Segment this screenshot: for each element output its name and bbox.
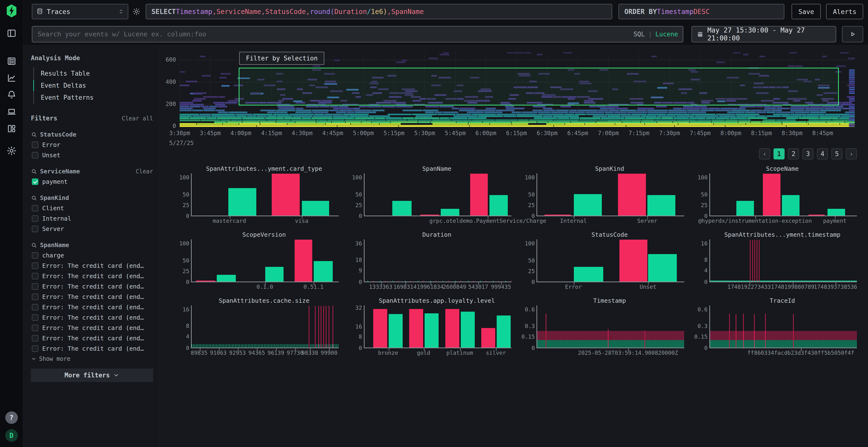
chart-bar xyxy=(763,174,780,215)
sidebar-toggle-icon[interactable] xyxy=(5,27,18,40)
alerts-button[interactable]: Alerts xyxy=(826,4,863,19)
chart-y-tick: 100 xyxy=(520,174,535,181)
checkbox[interactable] xyxy=(32,142,38,148)
source-settings-gear-icon[interactable] xyxy=(133,8,140,15)
chart-x-tick: 97730 xyxy=(287,350,303,356)
filter-option[interactable]: charge xyxy=(31,252,153,259)
filter-option[interactable]: Server xyxy=(31,226,153,232)
heatmap-x-tick: 6:45pm xyxy=(567,130,588,137)
analysis-mode-item[interactable]: Event Patterns xyxy=(34,92,153,104)
page-button[interactable]: 2 xyxy=(788,148,799,160)
heatmap-y-tick: 200 xyxy=(161,101,176,107)
heatmap-x-tick: 8:30pm xyxy=(782,130,803,137)
filters-title: Filters xyxy=(31,115,57,122)
filter-option[interactable]: Error: The credit card (end… xyxy=(31,345,153,352)
chart-title: Duration xyxy=(346,230,513,239)
checkbox[interactable] xyxy=(32,205,38,211)
page-button[interactable]: 4 xyxy=(817,148,828,160)
chart-spike xyxy=(793,314,794,347)
search-input[interactable] xyxy=(32,26,683,42)
checkbox[interactable] xyxy=(32,273,38,279)
analysis-mode-item[interactable]: Event Deltas xyxy=(34,79,153,92)
checkbox[interactable] xyxy=(32,152,38,159)
search-logs-icon[interactable] xyxy=(5,55,18,68)
chart-explorer-icon[interactable] xyxy=(5,71,18,85)
filter-option[interactable]: Internal xyxy=(31,215,153,222)
checkbox[interactable] xyxy=(32,263,38,269)
filter-option[interactable]: Error: The credit card (end… xyxy=(31,335,153,342)
clear-filter-link[interactable]: Clear xyxy=(136,168,153,175)
analysis-mode-item[interactable]: Results Table xyxy=(34,67,153,79)
clear-all-link[interactable]: Clear all xyxy=(122,115,153,122)
filter-option[interactable]: Error: The credit card (end… xyxy=(31,273,153,280)
checkbox[interactable] xyxy=(32,226,38,232)
filter-option[interactable]: Unset xyxy=(31,152,153,159)
sessions-laptop-icon[interactable] xyxy=(5,105,18,118)
chart-strip xyxy=(710,331,857,340)
checkbox[interactable] xyxy=(32,325,38,331)
filter-by-selection-button[interactable]: Filter by Selection xyxy=(239,52,324,65)
checkbox[interactable] xyxy=(32,335,38,342)
chart-x-tick: visa xyxy=(295,218,308,224)
run-query-button[interactable] xyxy=(842,26,863,42)
checkbox[interactable] xyxy=(32,215,38,222)
chart-spike xyxy=(333,306,333,347)
dashboards-icon[interactable] xyxy=(5,122,18,135)
filter-option[interactable]: Error xyxy=(31,141,153,148)
filter-option[interactable]: Error: The credit card (end… xyxy=(31,283,153,290)
filter-option[interactable]: Error: The credit card (end… xyxy=(31,324,153,332)
filter-option[interactable]: payment xyxy=(31,178,153,185)
page-next-button[interactable]: › xyxy=(846,148,857,160)
chart-x-tick: 2600849 xyxy=(443,284,466,290)
filter-option[interactable]: Error: The credit card (end… xyxy=(31,262,153,269)
page-button[interactable]: 3 xyxy=(802,148,813,160)
more-filters-button[interactable]: More filters xyxy=(31,369,153,382)
checkbox[interactable] xyxy=(32,252,38,259)
checkbox[interactable] xyxy=(32,345,38,352)
alerts-bell-icon[interactable] xyxy=(5,88,18,102)
checkbox[interactable] xyxy=(32,304,38,310)
checkbox[interactable] xyxy=(32,178,38,185)
filter-option[interactable]: Client xyxy=(31,205,153,212)
filter-group-header: StatusCode xyxy=(31,131,153,138)
chart-bar xyxy=(461,312,475,347)
settings-gear-icon[interactable] xyxy=(5,144,18,158)
page-prev-button[interactable]: ‹ xyxy=(759,148,770,160)
checkbox[interactable] xyxy=(32,314,38,321)
toggle-divider: | xyxy=(648,31,652,38)
chevron-up-down-icon xyxy=(118,9,124,14)
selection-rectangle[interactable] xyxy=(239,68,839,106)
show-more-link[interactable]: Show more xyxy=(31,355,153,362)
checkbox[interactable] xyxy=(32,294,38,300)
page-button[interactable]: 1 xyxy=(774,148,784,160)
save-button[interactable]: Save xyxy=(792,4,821,19)
help-button[interactable]: ? xyxy=(5,411,18,424)
date-range-picker[interactable]: May 27 15:30:00 - May 27 21:00:00 xyxy=(691,26,836,42)
heatmap-plot[interactable]: Filter by Selection xyxy=(180,52,855,127)
page-button[interactable]: 5 xyxy=(831,148,842,160)
hyperdx-logo-icon[interactable] xyxy=(6,4,18,18)
chart-bar xyxy=(648,254,677,281)
filter-option-label: Error: The credit card (end… xyxy=(42,304,144,311)
select-query-input[interactable]: SELECT Timestamp,ServiceName,StatusCode,… xyxy=(146,4,612,19)
filter-option-label: Unset xyxy=(42,152,60,159)
filter-option[interactable]: Error: The credit card (end… xyxy=(31,294,153,300)
query-token: ) xyxy=(383,8,387,16)
chart-bar xyxy=(828,209,845,215)
chart-x-tick: payment xyxy=(823,218,846,224)
pagination: ‹12345› xyxy=(159,148,868,160)
sql-toggle[interactable]: SQL xyxy=(633,31,645,38)
filter-option[interactable]: Error: The credit card (end… xyxy=(31,304,153,311)
order-by-input[interactable]: ORDER BY Timestamp DESC xyxy=(618,4,784,19)
checkbox[interactable] xyxy=(32,283,38,290)
heatmap-y-tick: 600 xyxy=(161,56,176,63)
source-select[interactable]: Traces xyxy=(32,4,128,19)
chart-x-tick: 2025-05-28T03:59:14.900820000Z xyxy=(578,350,678,356)
chart-y-tick: 0.6 xyxy=(520,306,535,313)
lucene-toggle[interactable]: Lucene xyxy=(655,31,678,38)
chart-bar xyxy=(294,240,312,281)
chart-plot: 16840 xyxy=(191,305,339,348)
avatar[interactable]: D xyxy=(5,429,18,442)
filter-option[interactable]: Error: The credit card (end… xyxy=(31,314,153,321)
chart-plot: 16840 xyxy=(709,239,857,282)
